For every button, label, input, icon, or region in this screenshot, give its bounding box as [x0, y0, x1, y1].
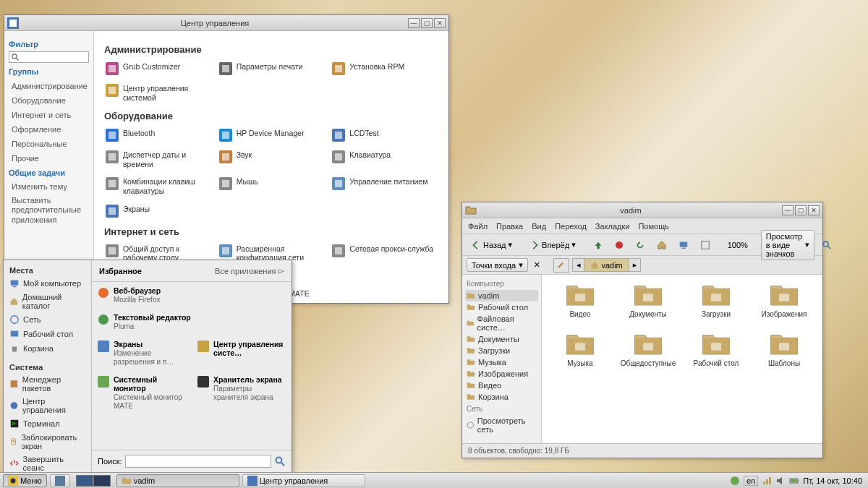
- folder[interactable]: Рабочий стол: [685, 331, 747, 367]
- settings-item[interactable]: LCDTest: [331, 126, 438, 145]
- settings-item[interactable]: Параметры печати: [218, 59, 326, 78]
- close-button[interactable]: ✕: [434, 18, 446, 28]
- menu-item[interactable]: Вид: [532, 222, 546, 231]
- places-item[interactable]: Корзина: [7, 341, 88, 356]
- folder[interactable]: Видео: [549, 282, 611, 318]
- app-item[interactable]: Текстовый редакторPluma: [92, 309, 292, 335]
- settings-item[interactable]: Клавиатура: [331, 147, 438, 171]
- places-item[interactable]: Сеть: [7, 312, 88, 327]
- edit-path-button[interactable]: [553, 258, 569, 273]
- filter-input[interactable]: [20, 53, 77, 61]
- sidebar-item[interactable]: vadim: [465, 290, 538, 301]
- volume-icon[interactable]: [775, 476, 786, 486]
- control-center-titlebar[interactable]: Центр управления — ▢ ✕: [4, 15, 448, 31]
- system-item[interactable]: >Терминал: [7, 416, 88, 431]
- task-item[interactable]: Изменить тему: [9, 180, 89, 194]
- sidebar-item[interactable]: Корзина: [465, 391, 538, 403]
- sidebar-item[interactable]: Изображения: [465, 368, 538, 380]
- entry-points-select[interactable]: Точки входа▾: [467, 258, 528, 272]
- system-item[interactable]: Центр управления: [7, 395, 88, 416]
- maximize-button[interactable]: ▢: [421, 18, 433, 28]
- folder[interactable]: Загрузки: [685, 282, 747, 318]
- system-item[interactable]: Менеджер пакетов: [7, 373, 88, 395]
- menu-button[interactable]: Меню: [3, 474, 47, 487]
- group-item[interactable]: Оборудование: [9, 93, 89, 108]
- close-button[interactable]: ✕: [808, 205, 820, 215]
- app-item[interactable]: ЭкраныИзменение разрешения и п…: [92, 335, 192, 371]
- settings-item[interactable]: Управление питанием: [331, 174, 438, 198]
- minimize-button[interactable]: —: [408, 18, 420, 28]
- task-item[interactable]: Выставить предпочтительные приложения: [9, 194, 89, 227]
- app-item[interactable]: Хранитель экранаПараметры хранителя экра…: [192, 371, 292, 415]
- group-item[interactable]: Администрирование: [9, 79, 89, 93]
- folder[interactable]: Шаблоны: [753, 331, 815, 367]
- menu-item[interactable]: Помощь: [638, 222, 669, 231]
- menu-item[interactable]: Файл: [468, 222, 488, 231]
- menu-item[interactable]: Переход: [555, 222, 587, 231]
- all-apps-link[interactable]: Все приложения ▻: [215, 266, 284, 275]
- settings-item[interactable]: HP Device Manager: [218, 126, 326, 145]
- sidebar-item[interactable]: Загрузки: [465, 345, 538, 356]
- system-item[interactable]: Заблокировать экран: [7, 431, 88, 453]
- path-crumb[interactable]: vadim: [584, 259, 628, 271]
- group-item[interactable]: Персональные: [9, 137, 89, 151]
- path-prev-button[interactable]: ◂: [573, 259, 585, 271]
- clock[interactable]: Пт, 14 окт, 10:40: [803, 476, 862, 485]
- menu-item[interactable]: Правка: [496, 222, 523, 231]
- folder[interactable]: Общедоступные: [617, 331, 679, 367]
- new-window-button[interactable]: [696, 237, 715, 253]
- settings-item[interactable]: Сетевая прокси-служба: [331, 241, 438, 265]
- settings-item[interactable]: Установка RPM: [331, 59, 438, 78]
- minimize-button[interactable]: —: [782, 205, 793, 215]
- settings-item[interactable]: Экраны: [104, 202, 212, 221]
- task-control-center[interactable]: Центр управления: [242, 474, 365, 487]
- sidebar-item[interactable]: Музыка: [465, 356, 538, 368]
- system-item[interactable]: Завершить сеанс: [7, 453, 88, 474]
- filter-search[interactable]: [9, 51, 89, 63]
- home-button[interactable]: [652, 237, 671, 253]
- sidebar-item[interactable]: Документы: [465, 333, 538, 345]
- view-mode-select[interactable]: Просмотр в виде значков▾: [761, 230, 814, 260]
- stop-button[interactable]: [610, 238, 628, 252]
- settings-item[interactable]: Мышь: [218, 174, 326, 198]
- reload-button[interactable]: [631, 237, 650, 253]
- settings-item[interactable]: Grub Customizer: [104, 59, 212, 78]
- network-icon[interactable]: [762, 476, 772, 486]
- path-next-button[interactable]: ▸: [629, 259, 641, 271]
- group-item[interactable]: Прочие: [9, 151, 89, 166]
- file-manager-titlebar[interactable]: vadim — ▢ ✕: [462, 202, 822, 218]
- places-item[interactable]: Рабочий стол: [7, 327, 88, 341]
- search-button[interactable]: [817, 237, 836, 253]
- settings-item[interactable]: Диспетчер даты и времени: [104, 147, 212, 171]
- app-item[interactable]: Системный мониторСистемный монитор MATE: [92, 371, 192, 415]
- settings-item[interactable]: Звук: [218, 147, 326, 171]
- settings-item[interactable]: Комбинации клавиш клавиатуры: [104, 174, 212, 198]
- places-item[interactable]: Домашний каталог: [7, 291, 88, 312]
- sidebar-item[interactable]: Рабочий стол: [465, 301, 538, 313]
- menu-search-input[interactable]: [125, 455, 271, 468]
- close-pane-button[interactable]: ✕: [531, 259, 543, 271]
- zoom-label[interactable]: 100%: [723, 238, 752, 252]
- keyboard-layout-indicator[interactable]: en: [744, 476, 758, 486]
- app-item[interactable]: Центр управления систе…: [192, 335, 292, 371]
- folder[interactable]: Изображения: [753, 282, 815, 318]
- menu-item[interactable]: Закладки: [595, 222, 630, 231]
- workspace-pager[interactable]: [76, 475, 111, 487]
- group-item[interactable]: Оформление: [9, 122, 89, 137]
- sidebar-item[interactable]: Файловая систе…: [465, 313, 538, 333]
- computer-button[interactable]: [674, 237, 693, 253]
- settings-item[interactable]: Bluetooth: [104, 126, 212, 145]
- workspace-2[interactable]: [93, 475, 111, 487]
- sidebar-item[interactable]: Просмотреть сеть: [465, 415, 538, 435]
- forward-button[interactable]: Вперёд▾: [525, 237, 580, 253]
- up-button[interactable]: [589, 237, 608, 253]
- show-desktop-button[interactable]: [50, 474, 70, 487]
- file-manager-view[interactable]: ВидеоДокументыЗагрузкиИзображенияМузыкаО…: [542, 275, 822, 443]
- update-icon[interactable]: [730, 476, 740, 486]
- folder[interactable]: Документы: [617, 282, 679, 318]
- app-item[interactable]: Веб-браузерMozilla Firefox: [92, 282, 292, 309]
- maximize-button[interactable]: ▢: [795, 205, 807, 215]
- places-item[interactable]: Мой компьютер: [7, 276, 88, 291]
- back-button[interactable]: Назад▾: [467, 237, 516, 253]
- battery-icon[interactable]: [789, 476, 799, 486]
